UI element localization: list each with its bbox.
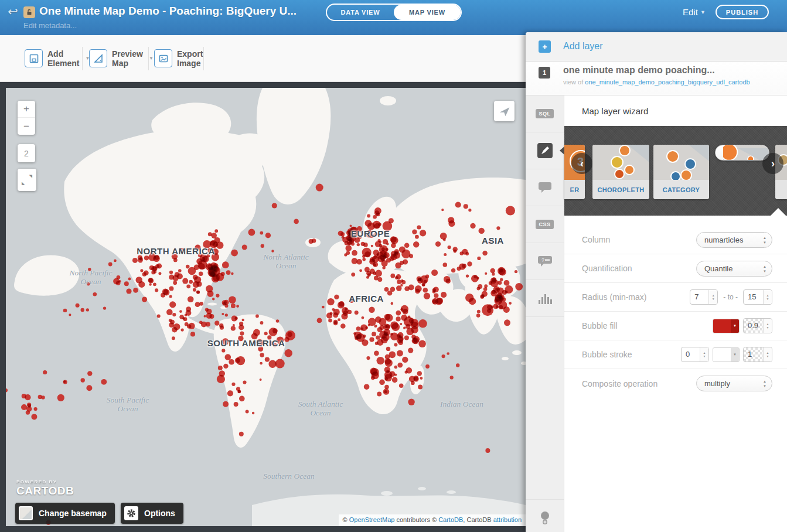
data-bubble	[356, 259, 362, 265]
stepper-arrows-icon[interactable]: ▲▼	[763, 319, 772, 333]
module-tab-legend[interactable]: ?	[526, 243, 564, 280]
data-bubble	[338, 318, 340, 321]
data-bubble	[447, 352, 449, 355]
data-bubble	[69, 313, 71, 316]
data-bubble	[251, 333, 258, 339]
composite-operation-select[interactable]: multiply ▲▼	[696, 376, 772, 391]
data-bubble	[483, 287, 488, 291]
data-bubble	[479, 228, 485, 234]
chevron-down-icon[interactable]: ▼	[149, 56, 154, 61]
data-bubble	[368, 318, 376, 326]
add-element-button[interactable]: AddElement ▼	[25, 49, 90, 68]
publish-button[interactable]: PUBLISH	[716, 5, 769, 19]
stepper-arrows-icon[interactable]: ▲▼	[708, 290, 717, 304]
attribution-link[interactable]: attribution	[493, 516, 522, 523]
carousel-next-button[interactable]: ›	[762, 153, 783, 174]
layer-header[interactable]: 1 one minute map demo poaching... view o…	[526, 62, 787, 96]
data-bubble	[136, 277, 142, 283]
data-bubble	[417, 226, 421, 230]
column-select[interactable]: numarticles ▲▼	[696, 232, 772, 248]
data-bubble	[212, 253, 219, 261]
data-bubble	[144, 255, 149, 260]
paper-plane-icon	[499, 105, 510, 117]
page-title[interactable]: One Minute Map Demo - Poaching: BigQuery…	[39, 5, 297, 18]
zoom-level-indicator: 2	[18, 144, 35, 162]
data-bubble	[444, 276, 450, 282]
data-bubble	[87, 282, 90, 285]
stepper-arrows-icon[interactable]: ▲▼	[763, 290, 772, 304]
wizard-card-bubble[interactable]: BUBBLE	[715, 145, 769, 161]
wizard-card-choropleth[interactable]: CHOROPLETH	[592, 145, 649, 199]
data-bubble	[203, 240, 211, 248]
share-location-button[interactable]	[494, 101, 515, 121]
data-bubble	[493, 286, 500, 292]
data-bubble	[390, 236, 397, 243]
stroke-color-picker[interactable]: ▼	[713, 347, 740, 362]
fullscreen-button[interactable]: ◥ ◣	[18, 169, 36, 191]
map-canvas[interactable]: NORTH AMERICAEUROPEASIAAFRICASOUTH AMERI…	[6, 88, 526, 526]
module-tab-wizard[interactable]	[526, 132, 564, 169]
radius-min-input[interactable]: 7 ▲▼	[690, 289, 718, 305]
module-tab-filters[interactable]	[526, 280, 564, 317]
export-image-button[interactable]: ExportImage	[154, 49, 203, 68]
preview-map-button[interactable]: PreviewMap ▼	[89, 49, 154, 68]
osm-link[interactable]: OpenStreetMap	[349, 516, 395, 523]
module-tab-infowindow[interactable]	[526, 169, 564, 206]
data-bubble	[270, 342, 273, 345]
radius-max-input[interactable]: 15 ▲▼	[743, 289, 772, 305]
quantification-select[interactable]: Quantile ▲▼	[696, 261, 772, 277]
data-bubble	[275, 359, 285, 369]
data-bubble	[345, 241, 349, 245]
table-link[interactable]: one_minute_map_demo_poaching_bigquery_ud…	[585, 79, 749, 86]
data-bubble	[179, 310, 182, 313]
data-bubble	[227, 390, 233, 396]
data-bubble	[195, 245, 200, 251]
fill-color-picker[interactable]: ▼	[713, 319, 740, 333]
cartodb-link[interactable]: CartoDB	[438, 516, 463, 523]
module-tab-sql[interactable]: SQL	[526, 96, 564, 132]
carousel-prev-button[interactable]: ‹	[571, 153, 592, 174]
data-bubble	[423, 284, 425, 287]
data-bubble	[316, 184, 323, 192]
data-bubble	[350, 225, 352, 227]
data-bubble	[402, 357, 408, 363]
stroke-opacity-input[interactable]: 1 ▲▼	[743, 347, 772, 362]
add-layer-plus-icon[interactable]: +	[539, 40, 551, 53]
privacy-lock-icon[interactable]	[23, 6, 35, 18]
module-tab-css[interactable]: CSS	[526, 206, 564, 243]
options-button[interactable]: Options	[121, 503, 183, 524]
wizard-card-category[interactable]: CATEGORY	[653, 145, 709, 199]
data-bubble	[334, 295, 339, 299]
module-tab-add-feature[interactable]	[526, 499, 564, 532]
stroke-width-input[interactable]: 0 ▲▼	[681, 347, 709, 362]
data-bubble	[403, 327, 406, 329]
data-bubble	[459, 263, 465, 270]
zoom-out-button[interactable]: −	[18, 118, 35, 135]
data-bubble	[182, 278, 188, 284]
data-bubble	[26, 406, 32, 411]
data-bubble	[185, 322, 189, 326]
data-bubble	[248, 229, 255, 236]
back-arrow-icon[interactable]: ↩	[8, 5, 18, 19]
toolbar-divider	[82, 47, 83, 70]
data-bubble	[255, 315, 259, 318]
change-basemap-button[interactable]: Change basemap	[15, 503, 115, 524]
data-bubble	[375, 342, 379, 345]
stepper-arrows-icon[interactable]: ▲▼	[700, 347, 708, 362]
add-layer-bar[interactable]: + Add layer	[526, 32, 787, 62]
data-bubble	[362, 255, 365, 258]
data-bubble	[373, 215, 377, 219]
export-image-icon	[154, 49, 172, 67]
fill-opacity-input[interactable]: 0.9 ▲▼	[743, 318, 772, 333]
edit-dropdown[interactable]: Edit ▼	[683, 7, 706, 17]
stepper-arrows-icon[interactable]: ▲▼	[763, 347, 772, 362]
tab-map-view[interactable]: MAP VIEW	[394, 5, 461, 20]
edit-metadata-link[interactable]: Edit metadata...	[23, 21, 77, 30]
data-bubble	[396, 311, 401, 316]
data-bubble	[397, 350, 403, 356]
data-bubble	[186, 265, 190, 269]
zoom-in-button[interactable]: +	[18, 101, 35, 118]
tab-data-view[interactable]: DATA VIEW	[327, 5, 394, 20]
active-module-notch	[560, 146, 564, 155]
data-bubble	[87, 371, 92, 376]
